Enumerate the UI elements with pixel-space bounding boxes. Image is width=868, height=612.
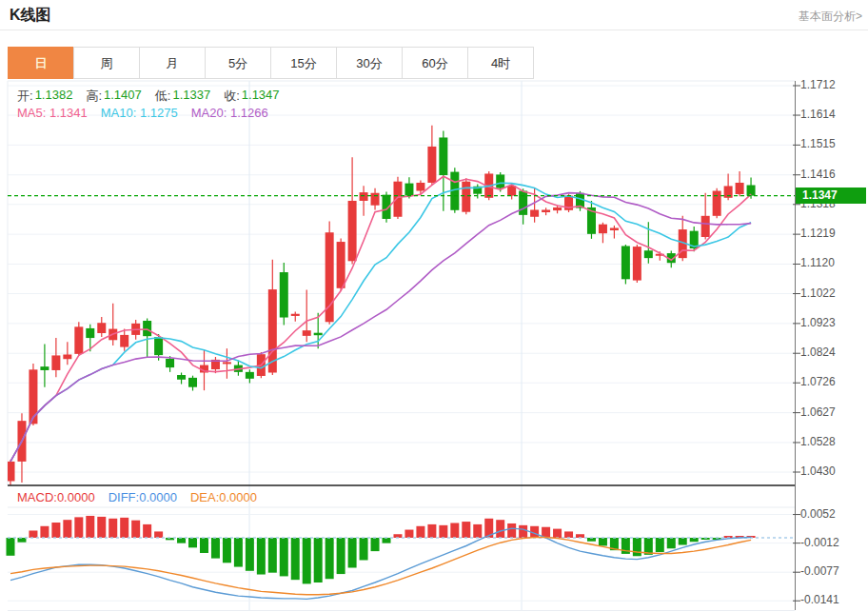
macd-tick--0.0012: -0.0012 — [800, 536, 839, 550]
low-value: 1.1337 — [172, 88, 210, 105]
price-tick-1.1416: 1.1416 — [800, 168, 836, 182]
macd-value: 0.0000 — [57, 490, 95, 504]
dea-label: DEA: — [190, 490, 219, 504]
price-tick-1.0824: 1.0824 — [800, 345, 836, 360]
price-tick-1.0726: 1.0726 — [800, 375, 836, 389]
high-value: 1.1407 — [104, 88, 142, 105]
price-tick-1.1515: 1.1515 — [800, 137, 836, 151]
close-label: 收: — [224, 88, 240, 105]
macd-tick--0.0077: -0.0077 — [800, 564, 839, 579]
dea-value: 0.0000 — [219, 490, 257, 504]
price-tick-1.1022: 1.1022 — [800, 286, 836, 301]
ma10-value: 1.1275 — [140, 106, 178, 120]
ma20-label: MA20: — [191, 106, 227, 120]
macd-tick-0.0052: 0.0052 — [800, 507, 836, 522]
open-value: 1.1382 — [35, 88, 73, 105]
ma20-value: 1.1266 — [230, 106, 268, 120]
open-label: 开: — [17, 88, 33, 105]
price-tick-1.1219: 1.1219 — [800, 227, 836, 241]
macd-label: MACD: — [17, 490, 57, 504]
high-label: 高: — [86, 88, 102, 105]
price-tick-1.0430: 1.0430 — [800, 464, 836, 479]
close-value: 1.1347 — [242, 88, 280, 105]
ma10-label: MA10: — [101, 106, 137, 120]
price-tick-1.1120: 1.1120 — [800, 256, 835, 270]
price-tick-1.0528: 1.0528 — [800, 435, 836, 449]
ohlc-info-row: 开:1.1382 高:1.1407 低:1.1337 收:1.1347 — [17, 88, 280, 105]
diff-label: DIFF: — [108, 490, 140, 504]
ma5-value: 1.1341 — [49, 106, 88, 120]
price-tick-1.0627: 1.0627 — [800, 405, 836, 420]
current-price-badge: 1.1347 — [796, 188, 866, 204]
price-tick-1.1614: 1.1614 — [800, 108, 836, 122]
ma5-label: MA5: — [17, 106, 46, 120]
macd-info-row: MACD:0.0000 DIFF:0.0000 DEA:0.0000 — [17, 490, 257, 504]
macd-tick--0.0141: -0.0141 — [800, 593, 839, 607]
low-label: 低: — [155, 88, 171, 105]
ma-info-row: MA5: 1.1341 MA10: 1.1275 MA20: 1.1266 — [17, 106, 268, 120]
kline-page: K线图 基本面分析> 日周月5分15分30分60分4时 开:1.1382 高:1… — [0, 0, 868, 612]
price-tick-1.0923: 1.0923 — [800, 316, 836, 330]
price-tick-1.1712: 1.1712 — [800, 78, 836, 92]
diff-value: 0.0000 — [139, 490, 177, 504]
